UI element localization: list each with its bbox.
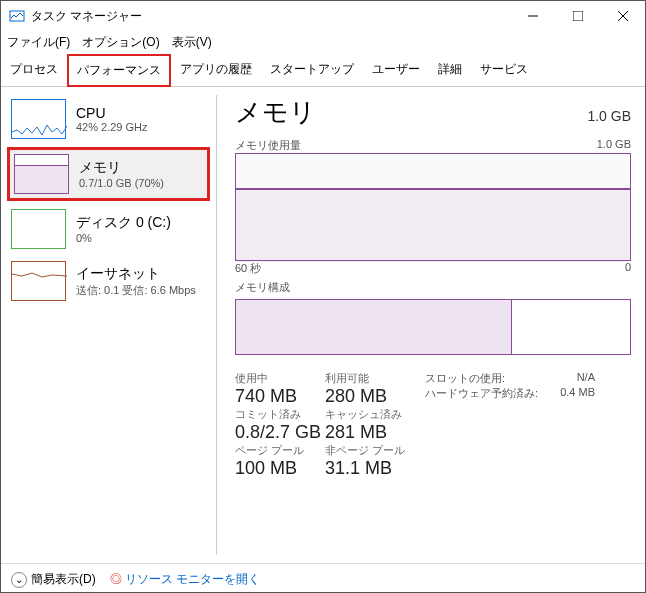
cached-val: 281 MB [325, 422, 415, 443]
menu-view[interactable]: 表示(V) [172, 34, 212, 51]
menu-options[interactable]: オプション(O) [82, 34, 159, 51]
ethernet-sparkline [11, 261, 66, 301]
sidebar-item-ethernet[interactable]: イーサネット送信: 0.1 受信: 6.6 Mbps [7, 257, 210, 305]
comp-label: メモリ構成 [235, 280, 290, 295]
sidebar-item-disk[interactable]: ディスク 0 (C:)0% [7, 205, 210, 253]
sidebar-item-cpu[interactable]: CPU42% 2.29 GHz [7, 95, 210, 143]
disk-sparkline [11, 209, 66, 249]
in-use-val: 740 MB [235, 386, 325, 407]
details-pane: メモリ 1.0 GB メモリ使用量1.0 GB 60 秒0 メモリ構成 使用中7… [217, 87, 645, 563]
nonpaged-val: 31.1 MB [325, 458, 415, 479]
sidebar-cpu-sub: 42% 2.29 GHz [76, 121, 148, 133]
tab-app-history[interactable]: アプリの履歴 [171, 54, 261, 87]
tab-services[interactable]: サービス [471, 54, 537, 87]
usage-max: 1.0 GB [597, 138, 631, 153]
sidebar-cpu-label: CPU [76, 105, 148, 121]
sidebar: CPU42% 2.29 GHz メモリ0.7/1.0 GB (70%) ディスク… [1, 87, 216, 563]
menu-file[interactable]: ファイル(F) [7, 34, 70, 51]
maximize-button[interactable] [555, 1, 600, 31]
in-use-label: 使用中 [235, 371, 325, 386]
menubar: ファイル(F) オプション(O) 表示(V) [1, 31, 645, 53]
usage-label: メモリ使用量 [235, 138, 301, 153]
tab-processes[interactable]: プロセス [1, 54, 67, 87]
sidebar-item-memory[interactable]: メモリ0.7/1.0 GB (70%) [7, 147, 210, 201]
sidebar-net-sub: 送信: 0.1 受信: 6.6 Mbps [76, 283, 196, 298]
app-icon [9, 8, 25, 24]
window-title: タスク マネージャー [31, 8, 510, 25]
avail-label: 利用可能 [325, 371, 415, 386]
fewer-details-button[interactable]: ⌄簡易表示(D) [11, 571, 96, 588]
detail-title: メモリ [235, 95, 316, 130]
sidebar-disk-label: ディスク 0 (C:) [76, 214, 171, 232]
cached-label: キャッシュ済み [325, 407, 415, 422]
bottombar: ⌄簡易表示(D) ◎ リソース モニターを開く [1, 563, 645, 593]
x-right: 0 [625, 261, 631, 276]
tab-startup[interactable]: スタートアップ [261, 54, 363, 87]
open-resmon-link[interactable]: ◎ リソース モニターを開く [110, 571, 261, 588]
detail-total: 1.0 GB [587, 108, 631, 124]
tab-performance[interactable]: パフォーマンス [67, 54, 171, 87]
x-left: 60 秒 [235, 261, 261, 276]
hw-label: ハードウェア予約済み: [425, 386, 538, 401]
cpu-sparkline [11, 99, 66, 139]
tab-users[interactable]: ユーザー [363, 54, 429, 87]
avail-val: 280 MB [325, 386, 415, 407]
commit-label: コミット済み [235, 407, 325, 422]
resmon-icon: ◎ [110, 572, 122, 586]
tabs: プロセス パフォーマンス アプリの履歴 スタートアップ ユーザー 詳細 サービス [1, 53, 645, 87]
hw-val: 0.4 MB [560, 386, 595, 401]
chevron-down-icon: ⌄ [11, 572, 27, 588]
sidebar-net-label: イーサネット [76, 265, 196, 283]
sidebar-memory-sub: 0.7/1.0 GB (70%) [79, 177, 164, 189]
tab-details[interactable]: 詳細 [429, 54, 471, 87]
sidebar-disk-sub: 0% [76, 232, 171, 244]
titlebar: タスク マネージャー [1, 1, 645, 31]
memory-usage-chart [235, 153, 631, 261]
close-button[interactable] [600, 1, 645, 31]
nonpaged-label: 非ページ プール [325, 443, 415, 458]
commit-val: 0.8/2.7 GB [235, 422, 325, 443]
minimize-button[interactable] [510, 1, 555, 31]
paged-val: 100 MB [235, 458, 325, 479]
memory-sparkline [14, 154, 69, 194]
svg-rect-2 [573, 11, 583, 21]
slot-val: N/A [577, 371, 595, 386]
memory-composition-chart [235, 299, 631, 355]
slot-label: スロットの使用: [425, 371, 505, 386]
sidebar-memory-label: メモリ [79, 159, 164, 177]
paged-label: ページ プール [235, 443, 325, 458]
